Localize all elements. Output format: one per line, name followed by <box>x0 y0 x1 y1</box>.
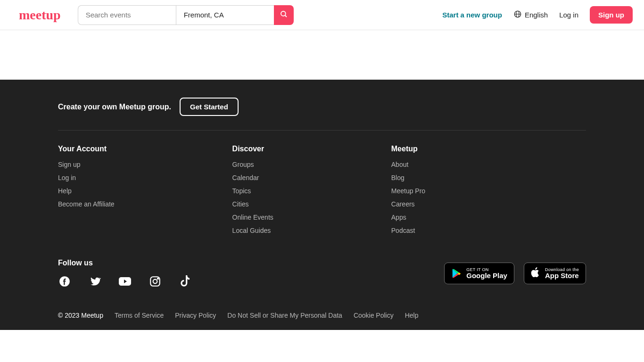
search-bar <box>78 5 294 25</box>
footer-col-account: Your Account Sign up Log in Help Become … <box>58 145 115 240</box>
site-footer: Create your own Meetup group. Get Starte… <box>0 80 644 330</box>
footer-link[interactable]: Topics <box>232 187 273 195</box>
social-icons-row <box>58 275 192 288</box>
app-store-badge[interactable]: Download on the App Store <box>524 263 586 284</box>
app-store-badges: GET IT ON Google Play Download on the Ap… <box>444 263 586 284</box>
footer-link[interactable]: Calendar <box>232 174 273 181</box>
footer-link[interactable]: Local Guides <box>232 227 273 234</box>
footer-link[interactable]: Help <box>58 187 115 195</box>
google-play-main-text: Google Play <box>466 272 507 280</box>
svg-point-7 <box>153 280 157 284</box>
svg-point-8 <box>157 278 158 279</box>
google-play-icon <box>451 268 462 279</box>
twitter-icon[interactable] <box>88 275 101 288</box>
header-bar: meetup Start a new group English Log in … <box>0 0 644 30</box>
start-group-link[interactable]: Start a new group <box>442 11 502 19</box>
footer-link[interactable]: Groups <box>232 161 273 168</box>
search-button[interactable] <box>274 5 294 25</box>
legal-link[interactable]: Privacy Policy <box>175 312 216 319</box>
footer-follow-row: Follow us <box>58 259 586 288</box>
facebook-icon[interactable] <box>58 275 71 288</box>
footer-link[interactable]: Podcast <box>391 227 425 234</box>
location-input[interactable] <box>176 5 274 25</box>
header-right-nav: Start a new group English Log in Sign up <box>442 6 633 24</box>
footer-col-meetup: Meetup About Blog Meetup Pro Careers App… <box>391 145 425 240</box>
footer-link[interactable]: Meetup Pro <box>391 187 425 195</box>
follow-us-block: Follow us <box>58 259 192 288</box>
footer-link[interactable]: Careers <box>391 200 425 208</box>
login-link[interactable]: Log in <box>559 11 578 19</box>
legal-link[interactable]: Terms of Service <box>115 312 164 319</box>
footer-cta-row: Create your own Meetup group. Get Starte… <box>58 98 586 131</box>
copyright-text: © 2023 Meetup <box>58 312 103 319</box>
app-store-main-text: App Store <box>545 272 579 280</box>
footer-legal-row: © 2023 Meetup Terms of Service Privacy P… <box>58 312 586 319</box>
legal-link[interactable]: Do Not Sell or Share My Personal Data <box>227 312 342 319</box>
footer-col-heading: Meetup <box>391 145 425 153</box>
footer-link[interactable]: Blog <box>391 174 425 181</box>
footer-link[interactable]: About <box>391 161 425 168</box>
legal-link[interactable]: Cookie Policy <box>354 312 394 319</box>
svg-point-0 <box>281 11 286 16</box>
apple-icon <box>531 267 540 280</box>
footer-col-discover: Discover Groups Calendar Topics Cities O… <box>232 145 273 240</box>
footer-link[interactable]: Apps <box>391 214 425 221</box>
get-started-button[interactable]: Get Started <box>180 98 239 116</box>
footer-link[interactable]: Log in <box>58 174 115 181</box>
footer-link[interactable]: Become an Affiliate <box>58 200 115 208</box>
globe-icon <box>513 10 522 20</box>
footer-cta-text: Create your own Meetup group. <box>58 103 171 111</box>
language-switcher[interactable]: English <box>513 10 548 20</box>
footer-link[interactable]: Cities <box>232 200 273 208</box>
follow-heading: Follow us <box>58 259 192 267</box>
search-icon <box>280 10 288 20</box>
footer-link[interactable]: Sign up <box>58 161 115 168</box>
language-label: English <box>525 11 548 19</box>
signup-button[interactable]: Sign up <box>590 6 633 24</box>
search-input[interactable] <box>78 5 176 25</box>
footer-link[interactable]: Online Events <box>232 214 273 221</box>
legal-link[interactable]: Help <box>405 312 419 319</box>
google-play-badge[interactable]: GET IT ON Google Play <box>444 263 514 284</box>
footer-col-heading: Discover <box>232 145 273 153</box>
footer-columns: Your Account Sign up Log in Help Become … <box>58 131 586 240</box>
footer-col-heading: Your Account <box>58 145 115 153</box>
tiktok-icon[interactable] <box>179 275 192 288</box>
youtube-icon[interactable] <box>118 275 132 288</box>
instagram-icon[interactable] <box>149 275 162 288</box>
meetup-logo[interactable]: meetup <box>19 8 61 22</box>
svg-line-1 <box>285 15 287 17</box>
